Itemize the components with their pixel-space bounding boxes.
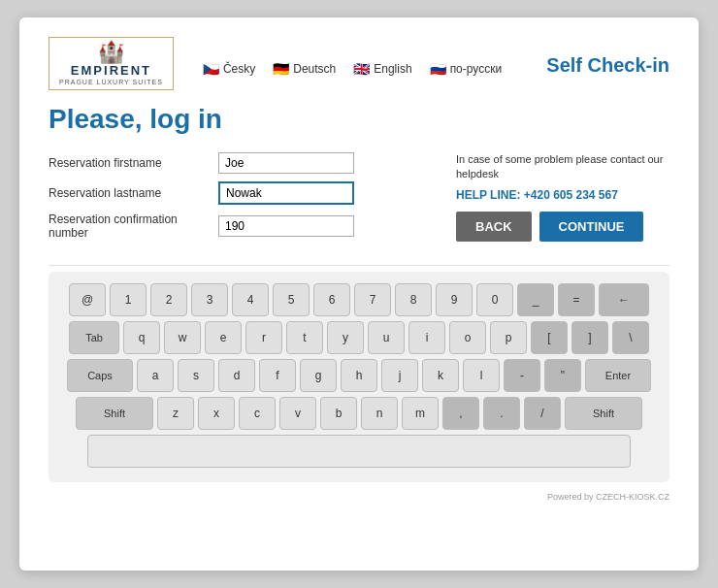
key-5[interactable]: 5 <box>273 283 310 316</box>
key-e[interactable]: e <box>205 321 242 354</box>
key-y[interactable]: y <box>327 321 364 354</box>
help-line-label: HELP LINE: <box>456 188 524 202</box>
lang-czech[interactable]: 🇨🇿Česky <box>203 61 255 77</box>
flag-german: 🇩🇪 <box>273 61 289 77</box>
confirmation-label: Reservation confirmation number <box>49 212 218 240</box>
confirmation-input[interactable] <box>218 215 354 237</box>
key-slash[interactable]: / <box>524 397 561 430</box>
kb-row-space <box>58 435 660 468</box>
key-lbracket[interactable]: [ <box>531 321 568 354</box>
key-6[interactable]: 6 <box>313 283 350 316</box>
key-b[interactable]: b <box>320 397 357 430</box>
key-n[interactable]: n <box>361 397 398 430</box>
key-h[interactable]: h <box>341 359 377 392</box>
kb-row-3: Caps a s d f g h j k l - " Enter <box>58 359 660 392</box>
key-k[interactable]: k <box>422 359 459 392</box>
lang-german[interactable]: 🇩🇪Deutsch <box>273 61 336 77</box>
key-4[interactable]: 4 <box>232 283 269 316</box>
flag-english: 🇬🇧 <box>353 61 370 77</box>
key-rbracket[interactable]: ] <box>571 321 608 354</box>
lastname-label: Reservation lastname <box>49 186 218 200</box>
logo-box: 🏰 EMPIRENT PRAGUE LUXURY SUITES <box>49 37 174 90</box>
language-bar: 🇨🇿Česky 🇩🇪Deutsch 🇬🇧English 🇷🇺по-русски <box>203 61 502 77</box>
key-2[interactable]: 2 <box>150 283 187 316</box>
key-3[interactable]: 3 <box>191 283 228 316</box>
key-equals[interactable]: = <box>558 283 595 316</box>
key-spacebar[interactable] <box>87 435 631 468</box>
flag-russian: 🇷🇺 <box>430 61 446 77</box>
keyboard: @ 1 2 3 4 5 6 7 8 9 0 _ = ← Tab q w e r … <box>49 272 669 482</box>
key-enter[interactable]: Enter <box>585 359 651 392</box>
key-t[interactable]: t <box>286 321 323 354</box>
key-caps[interactable]: Caps <box>67 359 133 392</box>
key-z[interactable]: z <box>157 397 194 430</box>
key-j[interactable]: j <box>381 359 418 392</box>
kb-row-1: @ 1 2 3 4 5 6 7 8 9 0 _ = ← <box>58 283 660 316</box>
page-title: Please, log in <box>49 104 669 135</box>
key-x[interactable]: x <box>198 397 235 430</box>
key-p[interactable]: p <box>490 321 527 354</box>
key-comma[interactable]: , <box>442 397 479 430</box>
lang-russian[interactable]: 🇷🇺по-русски <box>430 61 503 77</box>
logo-icon: 🏰 <box>98 42 124 63</box>
lang-english[interactable]: 🇬🇧English <box>353 61 411 77</box>
key-o[interactable]: o <box>449 321 486 354</box>
key-v[interactable]: v <box>279 397 316 430</box>
key-shift-right[interactable]: Shift <box>565 397 642 430</box>
help-text: In case of some problem please contact o… <box>456 152 669 182</box>
logo-name: EMPIRENT <box>71 63 151 78</box>
key-c[interactable]: c <box>239 397 276 430</box>
button-row: BACK CONTINUE <box>456 212 669 242</box>
key-m[interactable]: m <box>402 397 439 430</box>
key-backspace[interactable]: ← <box>599 283 649 316</box>
key-w[interactable]: w <box>164 321 201 354</box>
header-left: 🏰 EMPIRENT PRAGUE LUXURY SUITES 🇨🇿Česky … <box>49 37 502 90</box>
self-checkin-title: Self Check-in <box>546 54 669 77</box>
key-tab[interactable]: Tab <box>69 321 119 354</box>
form-fields: Reservation firstname Reservation lastna… <box>49 152 427 247</box>
key-i[interactable]: i <box>408 321 445 354</box>
kb-row-4: Shift z x c v b n m , . / Shift <box>58 397 660 430</box>
key-at[interactable]: @ <box>69 283 106 316</box>
key-a[interactable]: a <box>137 359 174 392</box>
key-underscore[interactable]: _ <box>517 283 554 316</box>
key-8[interactable]: 8 <box>395 283 432 316</box>
header: 🏰 EMPIRENT PRAGUE LUXURY SUITES 🇨🇿Česky … <box>49 37 669 90</box>
key-period[interactable]: . <box>483 397 520 430</box>
firstname-input[interactable] <box>218 152 354 174</box>
key-shift-left[interactable]: Shift <box>76 397 153 430</box>
key-d[interactable]: d <box>218 359 255 392</box>
lastname-row: Reservation lastname <box>49 181 427 205</box>
flag-czech: 🇨🇿 <box>203 61 219 77</box>
key-1[interactable]: 1 <box>110 283 147 316</box>
key-r[interactable]: r <box>245 321 282 354</box>
key-0[interactable]: 0 <box>476 283 513 316</box>
key-g[interactable]: g <box>300 359 337 392</box>
key-l[interactable]: l <box>463 359 500 392</box>
footer-powered: Powered by CZECH-KIOSK.CZ <box>49 492 669 502</box>
firstname-label: Reservation firstname <box>49 156 218 170</box>
key-dash[interactable]: - <box>504 359 540 392</box>
key-quote[interactable]: " <box>544 359 581 392</box>
help-phone: +420 605 234 567 <box>524 188 618 202</box>
help-line: HELP LINE: +420 605 234 567 <box>456 188 669 202</box>
logo-subtitle: PRAGUE LUXURY SUITES <box>59 79 163 85</box>
key-backslash[interactable]: \ <box>612 321 649 354</box>
continue-button[interactable]: CONTINUE <box>539 212 644 242</box>
key-q[interactable]: q <box>123 321 160 354</box>
right-panel: In case of some problem please contact o… <box>456 152 669 247</box>
form-section: Reservation firstname Reservation lastna… <box>49 152 669 247</box>
key-7[interactable]: 7 <box>354 283 391 316</box>
divider <box>49 265 669 266</box>
back-button[interactable]: BACK <box>456 212 532 242</box>
key-s[interactable]: s <box>178 359 214 392</box>
key-f[interactable]: f <box>259 359 296 392</box>
lastname-input[interactable] <box>218 181 354 205</box>
confirmation-row: Reservation confirmation number <box>49 212 427 240</box>
kb-row-2: Tab q w e r t y u i o p [ ] \ <box>58 321 660 354</box>
key-u[interactable]: u <box>368 321 405 354</box>
key-9[interactable]: 9 <box>436 283 473 316</box>
main-card: 🏰 EMPIRENT PRAGUE LUXURY SUITES 🇨🇿Česky … <box>19 17 699 571</box>
firstname-row: Reservation firstname <box>49 152 427 174</box>
